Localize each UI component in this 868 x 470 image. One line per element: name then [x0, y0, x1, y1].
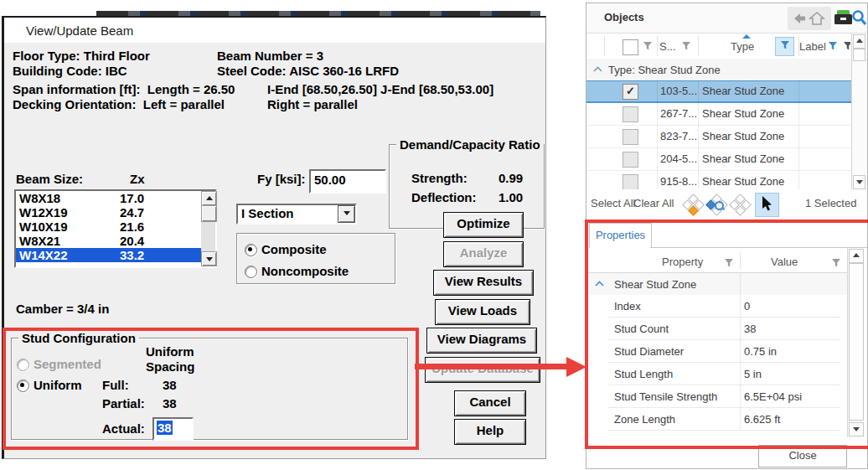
help-button[interactable]: Help: [454, 419, 526, 445]
scrollbar-thumb[interactable]: [849, 263, 864, 421]
objects-scrollbar[interactable]: [851, 34, 866, 190]
property-row[interactable]: Stud Tensile Strength6.5E+04 psi: [586, 385, 847, 408]
property-row[interactable]: Stud Diameter0.75 in: [586, 340, 847, 363]
property-value: 0: [744, 300, 750, 312]
view-loads-button[interactable]: View Loads: [435, 299, 530, 325]
scroll-up-icon[interactable]: [201, 191, 217, 206]
zone-group-icon[interactable]: [730, 194, 750, 214]
properties-table-body: Index0Stud Count38Stud Diameter0.75 inSt…: [586, 295, 847, 431]
analyze-button[interactable]: Analyze: [443, 241, 524, 267]
column-value[interactable]: Value: [771, 256, 798, 268]
span-info-label: Span information [ft]: Length = 26.50: [13, 82, 235, 96]
fy-input[interactable]: 50.00: [309, 169, 386, 194]
property-row[interactable]: Stud Length5 in: [586, 363, 847, 385]
close-button[interactable]: Close: [758, 445, 847, 467]
beam-size-option[interactable]: W10X1921.6: [16, 220, 201, 234]
composite-radio[interactable]: [245, 244, 257, 256]
uniform-radio[interactable]: [17, 380, 29, 392]
properties-scrollbar[interactable]: [847, 248, 865, 437]
stud-configuration-title: Stud Configuration: [18, 331, 139, 345]
scroll-up-icon[interactable]: [849, 249, 864, 263]
beam-size-option[interactable]: W8X2120.4: [16, 234, 201, 248]
properties-group-header[interactable]: Shear Stud Zone: [586, 273, 847, 296]
filter-icon[interactable]: [724, 258, 734, 268]
scrollbar-thumb[interactable]: [201, 205, 217, 222]
dialog-titlebar[interactable]: View/Update Beam: [4, 18, 545, 43]
scroll-down-icon[interactable]: [853, 175, 865, 189]
row-checkbox[interactable]: [623, 106, 638, 122]
zx-column-label: Zx: [130, 172, 145, 186]
chevron-down-icon[interactable]: [338, 205, 355, 223]
beam-size-zx: 21.6: [120, 220, 144, 234]
cancel-button[interactable]: Cancel: [454, 390, 526, 416]
column-property[interactable]: Property: [662, 256, 703, 268]
column-label[interactable]: Label: [799, 40, 826, 53]
uniform-spacing-header-1: Uniform: [146, 344, 194, 359]
property-name: Stud Tensile Strength: [614, 390, 717, 403]
scroll-down-icon[interactable]: [201, 251, 217, 266]
search-icon[interactable]: [851, 9, 867, 28]
annotation-arrow-head: [566, 357, 586, 377]
clear-all-link[interactable]: Clear All: [633, 197, 674, 209]
column-s[interactable]: S...: [659, 40, 676, 53]
object-type: Shear Stud Zone: [702, 85, 784, 97]
scroll-up-icon[interactable]: [853, 34, 865, 49]
zone-search-icon[interactable]: [706, 194, 726, 214]
collapse-chevron-icon[interactable]: [593, 66, 602, 72]
object-row[interactable]: 823-7...Shear Stud Zone: [586, 126, 852, 148]
beam-size-option[interactable]: W12X1924.7: [16, 205, 201, 220]
row-checkbox[interactable]: [623, 174, 638, 190]
object-row[interactable]: ✓103-5...Shear Stud Zone: [586, 80, 852, 103]
beam-size-zx: 33.2: [120, 248, 144, 262]
decking-right-label: Right = parallel: [267, 97, 358, 111]
back-arrow-icon[interactable]: [792, 11, 807, 26]
scrollbar-thumb[interactable]: [853, 49, 865, 61]
object-row[interactable]: 204-5...Shear Stud Zone: [586, 148, 852, 171]
segmented-radio[interactable]: [17, 359, 29, 371]
filter-icon[interactable]: [843, 41, 850, 51]
property-row[interactable]: Index0: [586, 295, 847, 318]
uniform-spacing-header-2: Spacing: [146, 359, 194, 374]
scroll-down-icon[interactable]: [849, 422, 864, 436]
object-row[interactable]: 267-7...Shear Stud Zone: [586, 103, 852, 126]
beam-size-option[interactable]: W14X2233.2: [16, 248, 201, 262]
update-database-button[interactable]: Update Database: [425, 357, 540, 383]
filter-icon[interactable]: [681, 41, 691, 51]
zone-tool-icon[interactable]: [683, 194, 703, 214]
noncomposite-label: Noncomposite: [261, 264, 349, 278]
row-checkbox[interactable]: [623, 129, 638, 145]
filter-icon[interactable]: [828, 41, 838, 51]
select-all-link[interactable]: Select All: [591, 197, 635, 209]
select-all-checkbox[interactable]: [623, 39, 638, 55]
actual-input[interactable]: 38: [152, 417, 194, 441]
listbox-scrollbar[interactable]: [201, 191, 215, 266]
view-results-button[interactable]: View Results: [433, 270, 534, 296]
toolbox-icon[interactable]: [834, 8, 853, 28]
objects-group-header[interactable]: Type: Shear Stud Zone: [586, 59, 852, 81]
property-row[interactable]: Zone Length6.625 ft: [586, 408, 847, 431]
filter-icon[interactable]: [831, 258, 841, 268]
noncomposite-radio[interactable]: [245, 266, 257, 278]
beam-size-listbox[interactable]: W8X1817.0W12X1924.7W10X1921.6W8X2120.4W1…: [14, 189, 217, 268]
view-diagrams-button[interactable]: View Diagrams: [426, 328, 537, 354]
steel-code-label: Steel Code: AISC 360-16 LRFD: [217, 64, 399, 78]
column-type[interactable]: Type: [731, 40, 754, 53]
objects-panel: Objects S...: [586, 3, 868, 469]
object-label: 103-5...: [660, 85, 697, 97]
row-checkbox[interactable]: [623, 152, 638, 168]
row-checkbox[interactable]: ✓: [623, 84, 638, 100]
optimize-button[interactable]: Optimize: [443, 212, 524, 238]
home-icon[interactable]: [808, 9, 826, 28]
segmented-label: Segmented: [34, 357, 101, 371]
property-row[interactable]: Stud Count38: [586, 318, 847, 340]
section-type-dropdown[interactable]: I Section: [236, 204, 357, 225]
type-filter-button[interactable]: [775, 37, 794, 56]
property-value: 6.5E+04 psi: [744, 390, 802, 403]
filter-icon[interactable]: [643, 41, 653, 51]
background-window-edge: [96, 11, 540, 16]
camber-label: Camber = 3/4 in: [16, 302, 109, 316]
select-cursor-button[interactable]: [755, 193, 779, 217]
beam-size-option[interactable]: W8X1817.0: [16, 191, 201, 205]
tab-properties[interactable]: Properties: [589, 223, 652, 249]
collapse-chevron-icon[interactable]: [595, 281, 604, 287]
